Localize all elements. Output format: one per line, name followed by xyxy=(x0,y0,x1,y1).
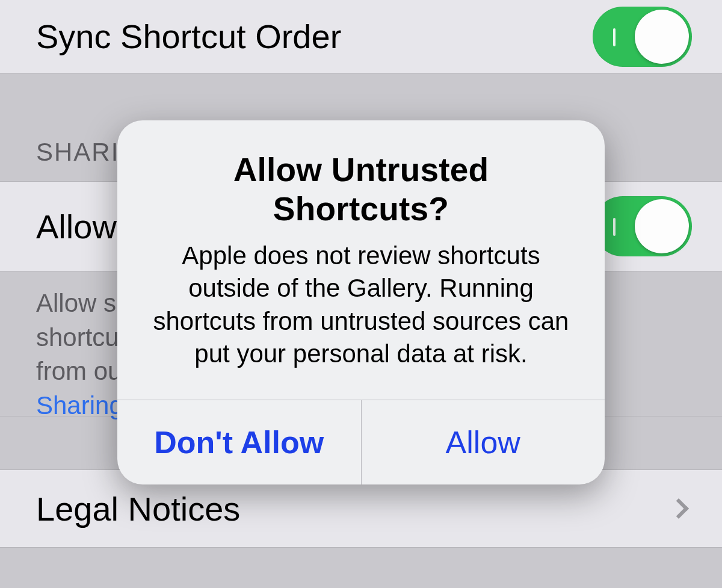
alert-backdrop: Allow Untrusted Shortcuts? Apple does no… xyxy=(0,0,722,588)
dont-allow-button[interactable]: Don't Allow xyxy=(117,400,362,484)
alert-message: Apple does not review shortcuts outside … xyxy=(144,240,578,371)
allow-untrusted-alert: Allow Untrusted Shortcuts? Apple does no… xyxy=(117,120,605,484)
allow-button[interactable]: Allow xyxy=(362,400,605,484)
shortcuts-settings-screen: Sync Shortcut Order SHARING Allow Untrus… xyxy=(0,0,722,588)
alert-button-row: Don't Allow Allow xyxy=(117,400,605,484)
alert-title: Allow Untrusted Shortcuts? xyxy=(144,150,578,229)
